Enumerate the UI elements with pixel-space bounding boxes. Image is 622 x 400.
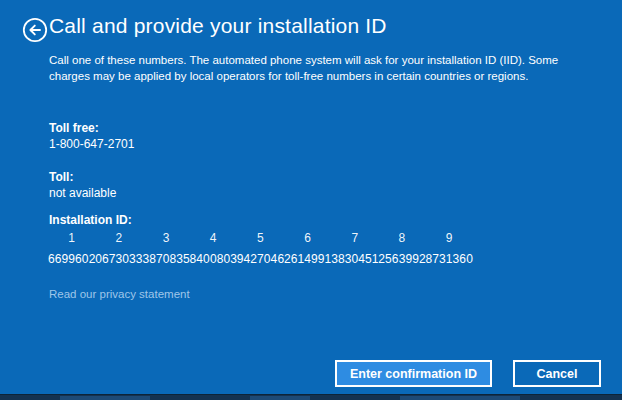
description-line-1: Call one of these numbers. The automated…: [49, 52, 558, 68]
installation-id-group-3: 33870835: [142, 231, 189, 266]
installation-id-group-2: 20673033: [95, 231, 142, 266]
installation-id-group-digits: 8731360: [426, 252, 473, 266]
installation-id-group-digits: 2563992: [378, 252, 425, 266]
installation-id-group-6: 62614991: [284, 231, 331, 266]
toll-free-label: Toll free:: [49, 121, 99, 135]
cancel-button[interactable]: Cancel: [513, 360, 601, 387]
installation-id-group-4: 48400803: [190, 231, 237, 266]
installation-id-group-digits: 8400803: [190, 252, 237, 266]
installation-id-group-1: 16699602: [48, 231, 95, 266]
activation-dialog: Call and provide your installation ID Ca…: [0, 0, 622, 400]
installation-id-group-index: 6: [284, 231, 331, 245]
installation-id-group-index: 7: [331, 231, 378, 245]
installation-id-group-8: 82563992: [378, 231, 425, 266]
installation-id-group-digits: 0673033: [95, 252, 142, 266]
back-arrow-icon: [22, 31, 48, 46]
installation-id-group-index: 3: [142, 231, 189, 245]
installation-id-grid: 1669960220673033338708354840080359427046…: [48, 231, 473, 266]
description-line-2: charges may be applied by local operator…: [49, 68, 558, 84]
enter-confirmation-id-button[interactable]: Enter confirmation ID: [335, 360, 492, 387]
installation-id-label: Installation ID:: [49, 213, 132, 227]
window-bottom-edge: [0, 394, 622, 400]
installation-id-group-5: 59427046: [237, 231, 284, 266]
background-fragment: [60, 396, 150, 400]
installation-id-group-index: 4: [190, 231, 237, 245]
background-fragment: [250, 396, 310, 400]
privacy-statement-link[interactable]: Read our privacy statement: [49, 288, 190, 300]
toll-label: Toll:: [49, 170, 73, 184]
toll-number: not available: [49, 186, 116, 200]
installation-id-group-digits: 3870835: [142, 252, 189, 266]
back-button[interactable]: [22, 17, 48, 43]
button-row: Enter confirmation ID Cancel: [335, 360, 601, 387]
installation-id-group-digits: 6699602: [48, 252, 95, 266]
background-fragment: [400, 396, 520, 400]
installation-id-group-index: 1: [48, 231, 95, 245]
toll-free-number: 1-800-647-2701: [49, 137, 134, 151]
installation-id-group-digits: 9427046: [237, 252, 284, 266]
description-text: Call one of these numbers. The automated…: [49, 52, 558, 84]
installation-id-group-digits: 2614991: [284, 252, 331, 266]
installation-id-group-index: 9: [426, 231, 473, 245]
installation-id-group-index: 8: [378, 231, 425, 245]
installation-id-group-index: 5: [237, 231, 284, 245]
installation-id-group-index: 2: [95, 231, 142, 245]
page-title: Call and provide your installation ID: [49, 14, 387, 38]
installation-id-group-7: 73830451: [331, 231, 378, 266]
installation-id-group-9: 98731360: [426, 231, 473, 266]
installation-id-group-digits: 3830451: [331, 252, 378, 266]
